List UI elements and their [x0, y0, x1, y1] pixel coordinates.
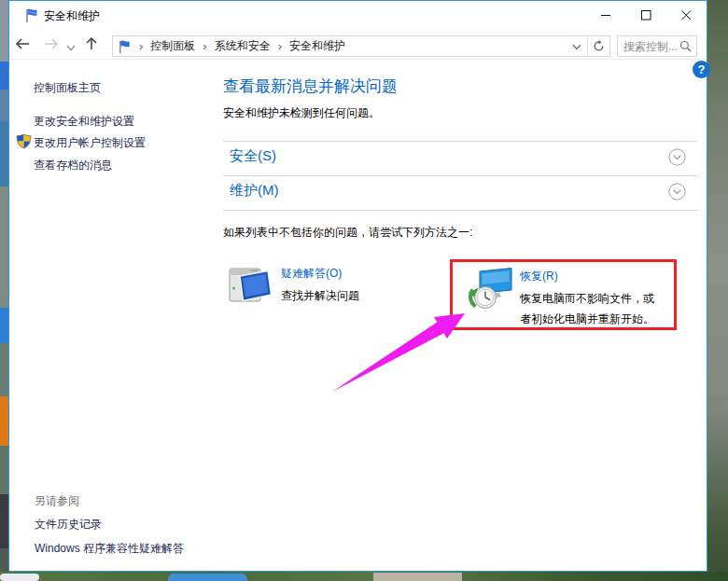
desktop-left-edge	[0, 0, 8, 581]
breadcrumb-control-panel[interactable]: 控制面板	[150, 38, 195, 54]
search-box[interactable]	[617, 35, 697, 57]
recovery-icon[interactable]	[468, 267, 514, 316]
see-also-header: 另请参阅	[35, 493, 79, 509]
desktop-fragment	[0, 62, 8, 90]
troubleshooting-link[interactable]: 疑难解答(O)	[281, 266, 342, 282]
breadcrumb: › 控制面板 › 系统和安全 › 安全和维护	[132, 38, 567, 54]
desktop-fragment	[0, 396, 8, 446]
suggestion-text: 如果列表中不包括你的问题，请尝试下列方法之一:	[223, 225, 472, 241]
address-dropdown-icon[interactable]	[567, 40, 587, 53]
desktop-fragment	[0, 574, 39, 581]
desktop-right-edge	[707, 0, 728, 581]
titlebar[interactable]: 安全和维护	[9, 1, 707, 29]
section-maintenance[interactable]: 维护(M)	[230, 182, 279, 200]
search-input[interactable]	[618, 40, 679, 53]
divider	[223, 210, 698, 211]
page-title: 查看最新消息并解决问题	[223, 76, 398, 97]
uac-shield-icon	[16, 133, 32, 152]
window-controls	[586, 1, 707, 29]
sidebar-item-view-archived-messages[interactable]: 查看存档的消息	[34, 158, 112, 173]
see-also-program-compatibility[interactable]: Windows 程序兼容性疑难解答	[35, 541, 184, 557]
breadcrumb-security-and-maintenance[interactable]: 安全和维护	[289, 38, 345, 54]
expand-security-icon[interactable]	[668, 148, 686, 166]
refresh-icon[interactable]	[587, 36, 609, 56]
section-security[interactable]: 安全(S)	[230, 147, 276, 165]
desktop-fragment	[0, 308, 8, 343]
up-button[interactable]	[85, 36, 98, 54]
security-flag-icon	[24, 7, 39, 26]
desktop-fragment	[373, 573, 462, 581]
recent-pages-dropdown-icon[interactable]	[66, 41, 76, 54]
help-icon[interactable]: ?	[693, 61, 710, 78]
window-title: 安全和维护	[44, 8, 100, 24]
recovery-description: 恢复电脑而不影响文件，或者初始化电脑并重新开始。	[520, 288, 662, 329]
troubleshooting-icon[interactable]	[228, 264, 273, 311]
desktop-bottom-edge	[0, 572, 728, 581]
breadcrumb-separator: ›	[271, 39, 289, 53]
expand-maintenance-icon[interactable]	[668, 183, 686, 201]
security-and-maintenance-window: 安全和维护	[8, 0, 707, 572]
status-text: 安全和维护未检测到任何问题。	[223, 105, 380, 121]
desktop-fragment	[0, 0, 8, 62]
breadcrumb-separator: ›	[195, 39, 214, 53]
maximize-button[interactable]	[626, 1, 666, 29]
breadcrumb-system-and-security[interactable]: 系统和安全	[215, 38, 271, 54]
sidebar-item-change-uac-settings[interactable]: 更改用户帐户控制设置	[34, 135, 146, 151]
troubleshooting-description: 查找并解决问题	[281, 288, 359, 304]
minimize-button[interactable]	[586, 1, 626, 29]
desktop-fragment	[168, 574, 247, 581]
desktop-fragment	[0, 343, 8, 396]
search-icon[interactable]	[679, 40, 696, 52]
breadcrumb-flag-icon	[113, 39, 132, 54]
desktop-background: 安全和维护	[0, 0, 728, 581]
sidebar-item-control-panel-home[interactable]: 控制面板主页	[34, 80, 101, 96]
desktop-fragment	[0, 494, 8, 548]
address-bar[interactable]: › 控制面板 › 系统和安全 › 安全和维护	[112, 35, 610, 57]
forward-button[interactable]	[43, 37, 59, 53]
divider	[223, 141, 698, 142]
recovery-link[interactable]: 恢复(R)	[520, 269, 558, 284]
breadcrumb-separator: ›	[132, 39, 150, 53]
back-button[interactable]	[15, 37, 31, 53]
see-also-file-history[interactable]: 文件历史记录	[35, 517, 102, 533]
desktop-fragment	[0, 90, 8, 121]
desktop-fragment	[0, 121, 8, 187]
sidebar-item-change-settings[interactable]: 更改安全和维护设置	[34, 114, 134, 130]
navigation-toolbar: › 控制面板 › 系统和安全 › 安全和维护	[9, 29, 707, 60]
close-button[interactable]	[666, 1, 707, 29]
divider	[223, 175, 698, 176]
desktop-fragment	[0, 187, 8, 308]
desktop-fragment	[0, 446, 8, 494]
